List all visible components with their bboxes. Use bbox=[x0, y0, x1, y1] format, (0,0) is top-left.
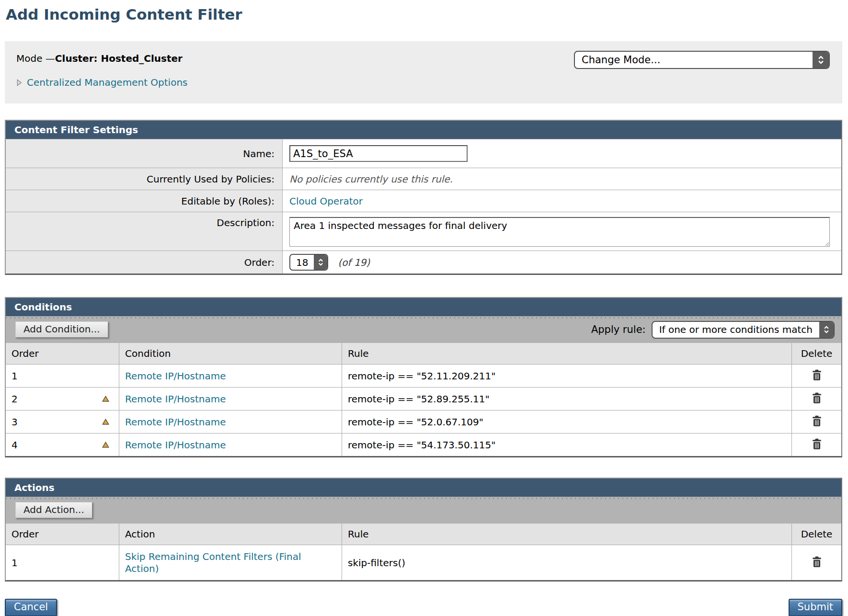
trash-icon bbox=[812, 556, 822, 569]
change-mode-select[interactable]: Change Mode... bbox=[574, 51, 830, 69]
order-select[interactable]: 18 bbox=[289, 254, 328, 271]
condition-order: 2 bbox=[11, 393, 18, 405]
action-order: 1 bbox=[11, 557, 18, 569]
condition-rule: remote-ip == "54.173.50.115" bbox=[348, 439, 495, 451]
conditions-panel: Conditions Add Condition... Apply rule: … bbox=[5, 297, 842, 457]
editable-by-roles-label: Editable by (Roles): bbox=[6, 190, 283, 212]
add-action-button[interactable]: Add Action... bbox=[15, 502, 92, 518]
action-link[interactable]: Skip Remaining Content Filters (Final Ac… bbox=[125, 551, 336, 575]
add-condition-button[interactable]: Add Condition... bbox=[15, 321, 108, 338]
description-label: Description: bbox=[6, 212, 283, 251]
order-label: Order: bbox=[6, 251, 283, 274]
cancel-button[interactable]: Cancel bbox=[5, 599, 57, 616]
move-up-icon[interactable] bbox=[102, 419, 109, 425]
condition-link[interactable]: Remote IP/Hostname bbox=[125, 393, 226, 405]
currently-used-value: No policies currently use this rule. bbox=[289, 173, 453, 185]
condition-order: 1 bbox=[11, 370, 18, 382]
order-column-header: Order bbox=[6, 524, 119, 545]
condition-row: 4 Remote IP/Hostname remote-ip == "54.17… bbox=[6, 433, 841, 456]
currently-used-label: Currently Used by Policies: bbox=[6, 168, 283, 190]
settings-panel-header: Content Filter Settings bbox=[6, 121, 841, 139]
delete-row-button[interactable] bbox=[812, 438, 822, 451]
name-label: Name: bbox=[6, 139, 283, 168]
condition-rule: remote-ip == "52.89.255.11" bbox=[348, 393, 490, 405]
apply-rule-selected-option: If one or more conditions match bbox=[653, 324, 819, 335]
name-input[interactable] bbox=[289, 145, 468, 162]
condition-row: 3 Remote IP/Hostname remote-ip == "52.0.… bbox=[6, 410, 841, 433]
conditions-toolbar: Add Condition... Apply rule: If one or m… bbox=[6, 316, 841, 343]
condition-order: 3 bbox=[11, 416, 18, 428]
rule-column-header: Rule bbox=[342, 524, 791, 545]
apply-rule-label: Apply rule: bbox=[591, 324, 646, 335]
delete-row-button[interactable] bbox=[812, 556, 822, 569]
disclosure-triangle-icon[interactable] bbox=[16, 79, 22, 86]
condition-link[interactable]: Remote IP/Hostname bbox=[125, 370, 226, 382]
editable-by-roles-row: Editable by (Roles): Cloud Operator bbox=[6, 190, 841, 212]
condition-link[interactable]: Remote IP/Hostname bbox=[125, 416, 226, 428]
delete-column-header: Delete bbox=[791, 524, 841, 545]
footer-actions: Cancel Submit bbox=[5, 599, 842, 616]
action-column-header: Action bbox=[119, 524, 342, 545]
centralized-management-options-link[interactable]: Centralized Management Options bbox=[27, 77, 188, 88]
delete-row-button[interactable] bbox=[812, 415, 822, 428]
conditions-table-header: Order Condition Rule Delete bbox=[6, 343, 841, 364]
page-title: Add Incoming Content Filter bbox=[5, 4, 843, 23]
currently-used-row: Currently Used by Policies: No policies … bbox=[6, 168, 841, 190]
actions-table-header: Order Action Rule Delete bbox=[6, 524, 841, 545]
order-selected-option: 18 bbox=[290, 257, 314, 268]
centralized-management-options-row: Centralized Management Options bbox=[16, 77, 831, 88]
description-textarea[interactable] bbox=[289, 217, 830, 247]
actions-toolbar: Add Action... bbox=[6, 497, 841, 524]
action-row: 1 Skip Remaining Content Filters (Final … bbox=[6, 545, 841, 580]
conditions-panel-header: Conditions bbox=[6, 298, 841, 316]
condition-link[interactable]: Remote IP/Hostname bbox=[125, 439, 226, 451]
rule-column-header: Rule bbox=[342, 343, 791, 364]
content-filter-settings-panel: Content Filter Settings Name: Currently … bbox=[5, 120, 842, 275]
order-row: Order: 18 (of 19) bbox=[6, 251, 841, 274]
trash-icon bbox=[812, 392, 822, 405]
actions-panel: Actions Add Action... Order Action Rule … bbox=[5, 478, 842, 582]
condition-order: 4 bbox=[11, 439, 18, 451]
apply-rule-select[interactable]: If one or more conditions match bbox=[652, 321, 835, 339]
condition-rule: remote-ip == "52.0.67.109" bbox=[348, 416, 483, 428]
mode-label: Mode bbox=[16, 53, 43, 64]
select-stepper-icon bbox=[813, 52, 829, 68]
mode-separator: — bbox=[46, 53, 55, 64]
select-stepper-icon bbox=[314, 255, 327, 270]
delete-row-button[interactable] bbox=[812, 392, 822, 405]
condition-rule: remote-ip == "52.11.209.211" bbox=[348, 370, 495, 382]
move-up-icon[interactable] bbox=[102, 442, 109, 448]
delete-column-header: Delete bbox=[791, 343, 841, 364]
mode-value: Cluster: Hosted_Cluster bbox=[55, 53, 183, 64]
submit-button[interactable]: Submit bbox=[789, 599, 843, 616]
add-incoming-content-filter-page: Add Incoming Content Filter Mode —Cluste… bbox=[0, 0, 848, 616]
condition-column-header: Condition bbox=[119, 343, 342, 364]
order-total-note: (of 19) bbox=[338, 257, 370, 268]
change-mode-selected-option: Change Mode... bbox=[575, 54, 667, 66]
move-up-icon[interactable] bbox=[102, 396, 109, 402]
delete-row-button[interactable] bbox=[812, 369, 822, 382]
trash-icon bbox=[812, 415, 822, 428]
mode-box: Mode —Cluster: Hosted_Cluster Change Mod… bbox=[5, 41, 842, 103]
description-row: Description: bbox=[6, 212, 841, 251]
cloud-operator-link[interactable]: Cloud Operator bbox=[289, 195, 363, 207]
condition-row: 1 Remote IP/Hostname remote-ip == "52.11… bbox=[6, 364, 841, 387]
trash-icon bbox=[812, 438, 822, 451]
name-row: Name: bbox=[6, 139, 841, 168]
trash-icon bbox=[812, 369, 822, 382]
action-rule: skip-filters() bbox=[348, 557, 405, 569]
select-stepper-icon bbox=[819, 322, 834, 338]
actions-panel-header: Actions bbox=[6, 479, 841, 497]
order-column-header: Order bbox=[6, 343, 119, 364]
condition-row: 2 Remote IP/Hostname remote-ip == "52.89… bbox=[6, 387, 841, 410]
